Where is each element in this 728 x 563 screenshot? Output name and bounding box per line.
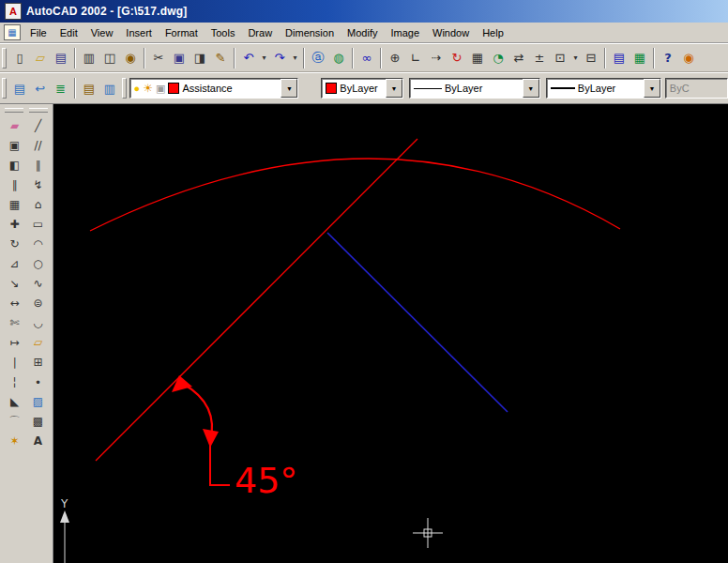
layer-on-icon[interactable]: ● — [134, 84, 141, 94]
explode[interactable]: ✶ — [3, 431, 26, 450]
toolbar-grip[interactable] — [122, 78, 127, 99]
active-assistance[interactable]: ◉ — [678, 48, 699, 68]
toolbar-grip[interactable] — [29, 108, 48, 113]
chamfer[interactable]: ◣ — [3, 391, 26, 411]
layers[interactable]: ▤ — [79, 78, 99, 99]
menu-help[interactable]: Help — [476, 24, 510, 41]
make-block[interactable]: ⊞ — [26, 352, 50, 372]
redo-dropdown[interactable]: ▾ — [290, 48, 300, 68]
lineweight-control-dropdown-arrow[interactable]: ▼ — [644, 79, 660, 98]
region[interactable]: ▩ — [26, 411, 50, 431]
toolbar-grip[interactable] — [2, 48, 7, 68]
pan-realtime[interactable]: ⇄ — [508, 48, 529, 68]
stretch[interactable]: ↘ — [3, 273, 26, 293]
ellipse-arc[interactable]: ◡ — [26, 312, 50, 332]
object-snap[interactable]: ⊕ — [385, 48, 405, 68]
menu-file[interactable]: File — [23, 24, 53, 41]
save[interactable]: ▤ — [51, 48, 71, 68]
cut[interactable]: ✂ — [148, 48, 169, 68]
scale[interactable]: ⊿ — [3, 253, 26, 273]
3d-orbit[interactable]: ◔ — [488, 48, 508, 68]
mirror[interactable]: ◧ — [3, 155, 26, 175]
print[interactable]: ▥ — [79, 48, 99, 68]
open[interactable]: ▱ — [30, 48, 51, 68]
lengthen[interactable]: ↔ — [3, 293, 26, 312]
menu-view[interactable]: View — [84, 24, 120, 41]
menu-format[interactable]: Format — [159, 24, 205, 41]
zoom-window-dropdown[interactable]: ▾ — [570, 48, 581, 68]
menu-insert[interactable]: Insert — [119, 24, 159, 41]
offset[interactable]: ∥ — [3, 175, 26, 194]
dbconnect[interactable]: ▦ — [629, 48, 650, 68]
insert-block[interactable]: ▱ — [26, 332, 50, 352]
make-objects-layer-current[interactable]: ▤ — [9, 78, 30, 99]
layer-previous[interactable]: ↩ — [30, 78, 51, 99]
polyline[interactable]: ↯ — [26, 175, 50, 194]
app-icon[interactable]: A — [5, 3, 22, 20]
publish-to-web[interactable]: ◍ — [328, 48, 349, 68]
undo-dropdown[interactable]: ▾ — [259, 48, 269, 68]
toolbar-grip[interactable] — [5, 108, 23, 113]
copy[interactable]: ▣ — [169, 48, 190, 68]
multiline[interactable]: ∥ — [26, 155, 50, 175]
match-properties[interactable]: ✎ — [210, 48, 231, 68]
zoom-previous[interactable]: ⊟ — [581, 48, 601, 68]
copy-object[interactable]: ▣ — [3, 135, 26, 155]
polygon[interactable]: ⌂ — [26, 194, 50, 214]
layer-control[interactable]: ● ☀ ▣ Assistance ▼ — [129, 78, 299, 99]
properties[interactable]: ▤ — [609, 48, 629, 68]
menu-tools[interactable]: Tools — [205, 24, 242, 41]
layer-states[interactable]: ≣ — [51, 78, 71, 99]
move[interactable]: ✚ — [3, 214, 26, 234]
distance[interactable]: ⇢ — [426, 48, 447, 68]
mtext[interactable]: A — [26, 431, 50, 450]
spline[interactable]: ∿ — [26, 273, 50, 293]
menu-modify[interactable]: Modify — [341, 24, 384, 41]
lineweight-control[interactable]: ByLayer ▼ — [546, 78, 661, 99]
fillet[interactable]: ⌒ — [3, 411, 26, 431]
point[interactable]: ∙ — [26, 372, 50, 391]
color-control[interactable]: ByLayer ▼ — [321, 78, 403, 99]
construction-line[interactable]: // — [26, 135, 50, 155]
drawing-control-icon[interactable]: ▦ — [4, 24, 21, 40]
new[interactable]: ▯ — [9, 48, 30, 68]
today[interactable]: ⓐ — [308, 48, 328, 68]
layer-properties[interactable]: ▥ — [99, 78, 120, 99]
break[interactable]: ¦ — [3, 372, 26, 391]
zoom-realtime[interactable]: ± — [529, 48, 550, 68]
menu-image[interactable]: Image — [384, 24, 426, 41]
layer-freeze-icon[interactable]: ☀ — [143, 83, 153, 94]
arc[interactable]: ◠ — [26, 234, 50, 253]
paste[interactable]: ◨ — [190, 48, 210, 68]
linetype-control[interactable]: ByLayer ▼ — [409, 78, 540, 99]
layer-control-dropdown-arrow[interactable]: ▼ — [281, 79, 297, 98]
insert-hyperlink[interactable]: ∞ — [356, 48, 377, 68]
color-control-dropdown-arrow[interactable]: ▼ — [386, 79, 402, 98]
trim[interactable]: ✄ — [3, 312, 26, 332]
rectangle[interactable]: ▭ — [26, 214, 50, 234]
zoom-window[interactable]: ⊡ — [550, 48, 570, 68]
rotate[interactable]: ↻ — [3, 234, 26, 253]
print-preview[interactable]: ◫ — [99, 48, 120, 68]
ellipse[interactable]: ⊜ — [26, 293, 50, 312]
ucs[interactable]: ∟ — [405, 48, 426, 68]
break-at-point[interactable]: ∣ — [3, 352, 26, 372]
hatch[interactable]: ▨ — [26, 391, 50, 411]
menu-edit[interactable]: Edit — [53, 24, 84, 41]
layer-lock-icon[interactable]: ▣ — [156, 84, 165, 94]
find[interactable]: ◉ — [120, 48, 141, 68]
toolbar-grip[interactable] — [2, 78, 7, 99]
redraw[interactable]: ↻ — [447, 48, 467, 68]
redo[interactable]: ↷ — [269, 48, 290, 68]
line[interactable]: ╱ — [26, 115, 50, 135]
drawing-area[interactable]: 45°Y — [53, 104, 728, 563]
help[interactable]: ? — [658, 48, 678, 68]
erase[interactable]: ▰ — [3, 115, 26, 135]
menu-draw[interactable]: Draw — [241, 24, 279, 41]
extend[interactable]: ↦ — [3, 332, 26, 352]
menu-window[interactable]: Window — [426, 24, 476, 41]
undo[interactable]: ↶ — [238, 48, 259, 68]
menu-dimension[interactable]: Dimension — [279, 24, 341, 41]
linetype-control-dropdown-arrow[interactable]: ▼ — [523, 79, 539, 98]
circle[interactable]: ○ — [26, 253, 50, 273]
